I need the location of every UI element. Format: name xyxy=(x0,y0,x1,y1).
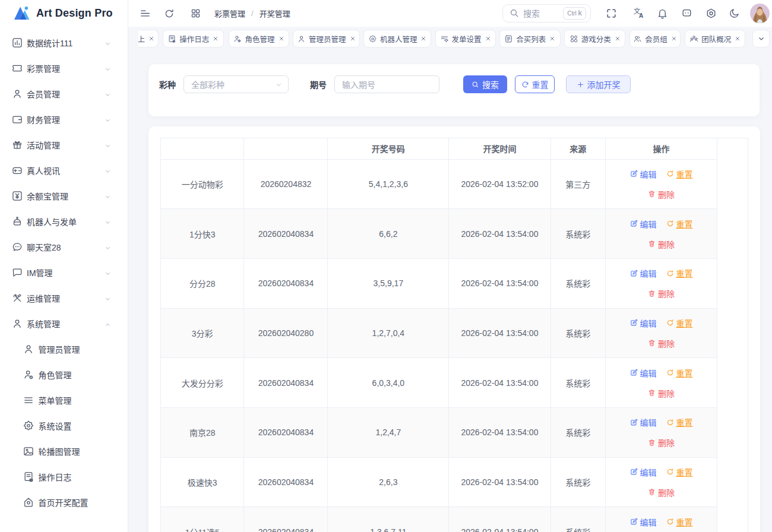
svg-text:A: A xyxy=(639,12,643,19)
